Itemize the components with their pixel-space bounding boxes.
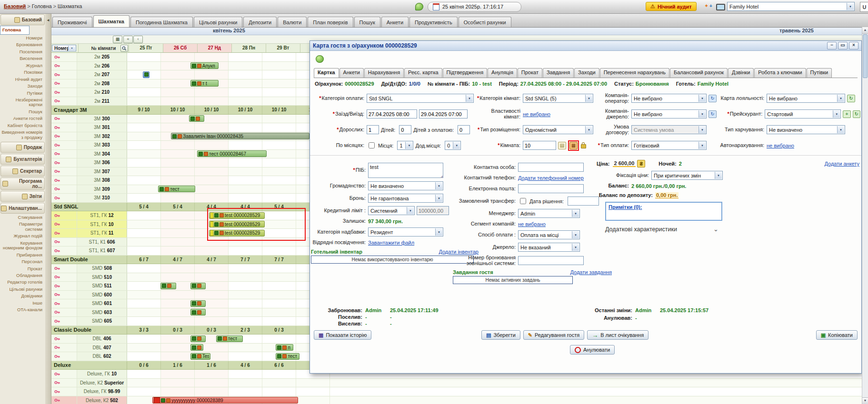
sidebar-item[interactable]: Анкети гостей	[0, 115, 45, 122]
room-name[interactable]: 2м208	[77, 79, 127, 88]
refresh-blue-icon[interactable]: ↻	[708, 95, 717, 102]
booking-bar[interactable]	[190, 300, 206, 307]
room-name[interactable]: ST1, ГК10	[77, 220, 127, 229]
dialog-tab-Прокат[interactable]: Прокат	[518, 68, 542, 78]
edit-guest-button[interactable]: ✎ Редагування гостя	[523, 330, 584, 340]
plus-green-icon[interactable]: +	[843, 110, 850, 118]
booking-bar[interactable]	[190, 335, 206, 342]
room-name[interactable]: DBL406	[77, 335, 127, 343]
sidebar-item[interactable]: Журнал подій	[0, 233, 45, 239]
sidebar-item[interactable]: Прибирання	[0, 252, 45, 258]
room-name[interactable]: Deluxe, К2502	[77, 396, 127, 404]
category-label[interactable]: Deluxe	[51, 361, 127, 370]
sidebar-item[interactable]: Прокат	[0, 266, 45, 272]
sidebar-item[interactable]: Стикування	[0, 214, 45, 221]
dialog-tab-Заходи[interactable]: Заходи	[574, 68, 599, 78]
tab-Особисті рахунки[interactable]: Особисті рахунки	[459, 17, 511, 27]
auto-charges-link[interactable]: не вибрано	[767, 143, 794, 148]
nav-prev-button[interactable]: ‹	[133, 36, 143, 43]
sidebar-item[interactable]: Параметри системи	[0, 221, 45, 233]
room-column-header[interactable]: Номер ▼	[51, 44, 79, 52]
sidebar-item[interactable]: Редактор готелів	[0, 279, 45, 286]
sidebar-section-Бухгалтерія[interactable]: Бухгалтерія	[0, 154, 45, 165]
sidebar-item[interactable]: Виведення номерів з продажу	[0, 129, 45, 141]
money-icon[interactable]: ₴	[637, 160, 645, 168]
sidebar-item[interactable]: Головна	[0, 26, 30, 35]
room-name[interactable]: 2м205	[77, 53, 127, 61]
guest-name-textarea[interactable]: test	[368, 163, 443, 178]
room-name[interactable]: 3М310	[77, 194, 127, 202]
sidebar-item[interactable]: Покоївки	[0, 69, 45, 76]
places-select[interactable]: 1▼	[397, 141, 413, 150]
room-name[interactable]: 3М302	[77, 132, 127, 141]
booking-bar[interactable]: yyyyyyyyyy 0000028389	[152, 397, 298, 404]
paid-children-input[interactable]	[458, 125, 470, 134]
hotel-select[interactable]: Family Hotel ▼	[727, 2, 855, 11]
upload-file-link[interactable]: Завантажити файл	[368, 240, 414, 246]
meal-type-select[interactable]: Не визначено▼	[767, 125, 845, 134]
external-booking-input[interactable]	[518, 256, 584, 265]
add-tasks-link[interactable]: Додати завдання	[570, 269, 612, 275]
sidebar-item[interactable]: Незбережені картки	[0, 97, 45, 108]
contract-condition-select[interactable]: Системна умова▼	[631, 125, 707, 134]
grid-view-button[interactable]: ▦	[113, 36, 122, 43]
deposit-value[interactable]: 0,00 грн.	[655, 192, 678, 198]
lock-icon[interactable]	[581, 144, 586, 148]
room-name[interactable]: 2м206	[77, 62, 127, 70]
room-name[interactable]: 3М303	[77, 141, 127, 149]
room-name[interactable]: 2м207	[77, 70, 127, 79]
add-phone-link[interactable]: Додати телефонний номер	[518, 175, 584, 181]
email-input[interactable]	[518, 184, 584, 193]
date-header[interactable]: 28 Пн	[232, 44, 266, 52]
sidebar-item[interactable]: Інше	[0, 300, 45, 306]
room-chess-icon[interactable]: ▦	[569, 142, 578, 149]
room-name[interactable]: Deluxe, ГК98-99	[77, 387, 127, 396]
payment-type-select[interactable]: Готівковий▼	[631, 141, 707, 150]
room-name[interactable]: 3М307	[77, 168, 127, 176]
booking-bar[interactable]: Апукп	[190, 62, 219, 69]
sidebar-item[interactable]: Персонал	[0, 258, 45, 265]
category-label[interactable]: Smart Double	[51, 256, 127, 264]
breadcrumb-item[interactable]: Шахматка	[58, 3, 82, 9]
sidebar-item[interactable]: Заходи	[0, 83, 45, 89]
tab-Валюти[interactable]: Валюти	[278, 17, 307, 27]
minimize-icon[interactable]: –	[827, 42, 837, 49]
pricelist-select[interactable]: Стартовий▼	[765, 109, 841, 118]
booking-bar[interactable]	[190, 309, 206, 315]
booking-bar[interactable]: Test	[190, 353, 210, 360]
room-name[interactable]: 2м210	[77, 88, 127, 97]
room-name[interactable]: 3М300	[77, 115, 127, 123]
room-name[interactable]: SMD601	[77, 299, 127, 308]
room-name[interactable]: Deluxe, К2Superior	[77, 379, 127, 387]
booking-bar[interactable]	[190, 283, 206, 289]
booking-bar[interactable]: тест	[158, 186, 195, 192]
dialog-tab-Картка[interactable]: Картка	[314, 68, 339, 78]
dialog-tab-Анкети[interactable]: Анкети	[339, 68, 364, 78]
tab-Проживаючі[interactable]: Проживаючі	[52, 17, 92, 27]
room-name[interactable]: ST1, К1606	[77, 238, 127, 246]
scrollbar-thumb[interactable]	[863, 34, 868, 78]
extra-characteristics-toggle[interactable]: Додаткові характеристики⌄	[605, 226, 718, 233]
credit-limit-input[interactable]	[417, 206, 449, 215]
user-badge[interactable]: U	[860, 2, 868, 12]
booking-bar[interactable]: test 0000028529	[209, 230, 265, 236]
room-plan-icon[interactable]: ▤	[558, 142, 566, 149]
room-name[interactable]: ST1, К1607	[77, 246, 127, 255]
booking-bar[interactable]: test 0000028529	[209, 212, 265, 219]
sidebar-section-Звіти[interactable]: Звіти	[0, 191, 45, 202]
room-number-input[interactable]	[523, 141, 556, 150]
room-name[interactable]: Deluxe, ГК10	[77, 370, 127, 378]
room-name[interactable]: SMD511	[77, 282, 127, 290]
dialog-tab-Путівки[interactable]: Путівки	[807, 68, 832, 78]
operator-company-select[interactable]: Не вибрано▼	[631, 94, 707, 103]
payment-category-select[interactable]: Std SNGL▼	[367, 94, 474, 103]
sidebar-section-Продаж[interactable]: Продаж	[0, 142, 45, 153]
notes-link[interactable]: Примітки (0):	[609, 204, 642, 210]
close-icon[interactable]: ×	[849, 42, 858, 49]
booking-bar[interactable]	[189, 115, 204, 122]
category-label[interactable]: Стандарт 3М	[51, 106, 127, 114]
page-vertical-scrollbar[interactable]: ▲ ▼	[862, 27, 868, 404]
dialog-tab-Дзвінки[interactable]: Дзвінки	[728, 68, 754, 78]
sidebar-section-Базовий[interactable]: Базовий	[0, 14, 45, 25]
manager-select[interactable]: Admin▼	[518, 209, 580, 218]
